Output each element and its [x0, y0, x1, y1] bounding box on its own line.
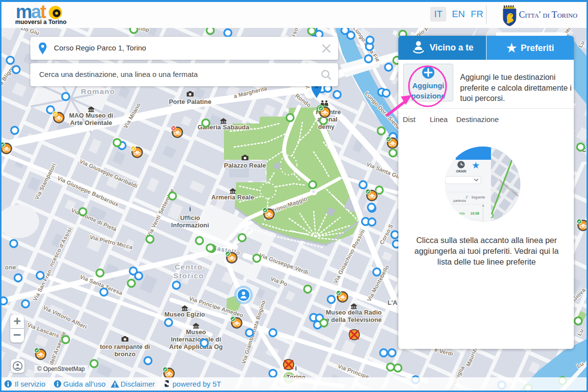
svg-text:i: i — [295, 365, 296, 372]
svg-text:10:08: 10:08 — [470, 212, 479, 215]
svg-text:Romano: Romano — [81, 87, 115, 96]
svg-text:partenza: partenza — [453, 199, 466, 203]
svg-text:min: min — [459, 212, 465, 215]
svg-text:Seguente: Seguente — [471, 196, 485, 199]
svg-text:Arte Orientale: Arte Orientale — [70, 119, 112, 126]
svg-text:Palazzo Reale: Palazzo Reale — [224, 162, 266, 169]
svg-text:L'A: L'A — [388, 299, 397, 306]
svg-text:Museo Egizio: Museo Egizio — [165, 311, 205, 318]
svg-text:one: one — [5, 264, 16, 271]
svg-text:Centro: Centro — [174, 263, 203, 271]
svg-text:i: i — [189, 206, 191, 213]
svg-text:Ufficio: Ufficio — [180, 214, 200, 221]
svg-text:Internazionale di: Internazionale di — [171, 336, 221, 343]
svg-text:Porte Palatine: Porte Palatine — [169, 98, 212, 105]
svg-text:★: ★ — [471, 160, 480, 171]
svg-text:e della Televisione: e della Televisione — [326, 316, 382, 323]
svg-text:Informazioni: Informazioni — [171, 221, 209, 229]
svg-text:bronzo: bronzo — [114, 350, 135, 358]
svg-text:MAO Museo di: MAO Museo di — [69, 112, 113, 119]
svg-text:Armeria Reale: Armeria Reale — [211, 194, 254, 201]
svg-text:Storico: Storico — [173, 271, 204, 280]
svg-text:ORARI: ORARI — [456, 170, 466, 173]
svg-text:Museo della Radio: Museo della Radio — [326, 309, 382, 316]
svg-text:muoversi a Torino: muoversi a Torino — [15, 19, 67, 25]
svg-text:Arte Applicata Og: Arte Applicata Og — [169, 343, 222, 350]
svg-text:toro rampante di: toro rampante di — [100, 343, 150, 350]
svg-text:Museo: Museo — [186, 328, 206, 336]
svg-text:1°: 1° — [466, 196, 469, 199]
